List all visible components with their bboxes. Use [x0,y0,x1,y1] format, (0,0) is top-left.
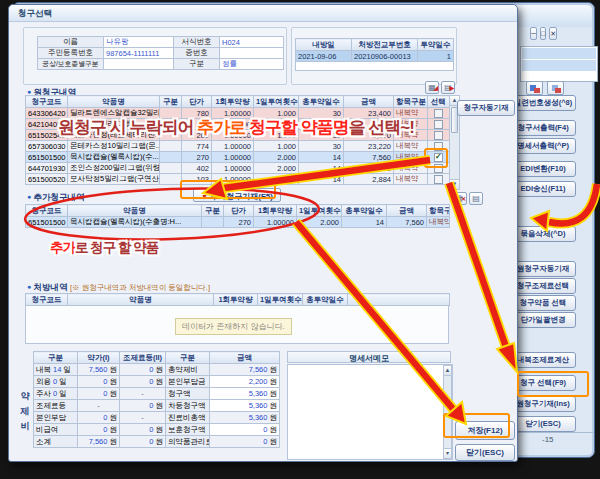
memo-header: 명세서메모 [287,351,451,363]
checkbox-unchecked[interactable] [434,131,443,140]
scroll-down-icon[interactable]: ▾ [444,448,451,458]
summary-row: 주사 0 일0 원-청구액5,360 원 [34,388,280,400]
cert-no-value [220,48,284,59]
close-window-button[interactable]: ✕ [549,27,557,40]
column-header: 조제료등(II) [120,352,166,364]
claim-row[interactable]: 651501500목시캄캡슐(멜록시캄)(수...2701.000002.000… [26,152,450,163]
cell: 조인스정200밀리그램(위령... [68,163,160,174]
cell: 1.00000 [212,141,254,152]
summary-input-cell[interactable]: 2,200 원 [210,376,280,388]
presc-table: 청구코드약품명1회투약량1일투여횟수총투약일수 [25,293,450,306]
sidebar-button-1[interactable]: 청구서출력(F4) [510,120,576,136]
scroll-up-icon[interactable]: ▲ [444,366,451,376]
auto-fill-button[interactable]: 청구자동기재 [457,100,515,116]
rx-number: 20210906-00013 [352,51,418,62]
summary-input-cell[interactable]: 5,360 원 [210,400,280,412]
column-header: 구분 [166,352,210,364]
summary-value-cell: 0 원 [78,376,120,388]
cell: 651501500 [26,152,68,163]
column-header: 1일투여횟수 [297,205,342,217]
memo-textarea[interactable] [287,364,453,460]
sidebar-button-3[interactable]: EDI변환(F10) [510,161,576,177]
rx-days: 1 [418,51,454,62]
cell: 2.000 [297,217,342,228]
rx-row[interactable]: 2021-09-06 20210906-00013 1 [296,51,454,62]
background-list-panel [520,46,598,82]
claim-row[interactable]: 657306030몬테카스정10밀리그램(몬...7741.000001.000… [26,141,450,152]
delete-row-icon[interactable]: 🗑✕ [453,192,467,205]
cell [202,217,224,228]
select-checkbox-cell[interactable] [428,108,450,119]
cert-no-label: 증번호 [174,48,220,59]
cell: 2,884 [344,174,394,185]
bullet-icon: ● [27,193,31,200]
select-checkbox-cell[interactable] [428,119,450,130]
minimize-button[interactable]: ─ [530,27,537,40]
cell: 2.000 [254,152,299,163]
summary-type-cell: 소계 [34,436,78,448]
presc-note: [※ 원청구내역과 처방내역이 동일합니다.] [70,283,210,292]
checkbox-unchecked[interactable] [434,109,443,118]
column-header: 항목구분 [394,96,428,108]
checkbox-unchecked[interactable] [434,175,443,184]
sidebar-button-8[interactable]: 청구약품 선택 [510,295,576,311]
addclaim-table[interactable]: 청구코드약품명구분단가1회투약량1일투여횟수총투약일수금액항목구분6515015… [25,204,450,228]
export-doc-icon[interactable]: ▤▶ [441,81,455,94]
summary-input-cell[interactable]: 0 원 [210,424,280,436]
sidebar-button-5[interactable]: 묶음삭제(^D) [510,226,576,242]
no-data-message: 데이터가 존재하지 않습니다. [175,318,292,335]
dialog-close-button[interactable]: 닫기(ESC) [455,444,515,461]
gongsang-value [104,59,174,70]
patient-name-label: 이름 [38,37,104,48]
summary-row: 본인부담0 원-진료비총액5,360 원 [34,412,280,424]
sidebar-button-9[interactable]: 단가일괄변경 [510,312,576,328]
sidebar-button-0[interactable]: 일련번호생성(^8) [510,95,576,111]
presc-section-label: 처방내역 [34,282,68,292]
cell: 14 [299,152,344,163]
list-row [522,60,596,71]
summary-label-cell: 총약제비 [166,364,210,376]
annotation-text-1: 원청구 시 누락되어 추가로 청구할 약품명을 선택~! [58,116,414,139]
status-bar: -15 [516,432,594,446]
select-checkbox-cell[interactable] [428,130,450,141]
document-export-icon[interactable] [547,81,564,95]
addclaim-row[interactable]: 651501500목시캄캡슐(멜록시캄)(수출명:H...2701.000002… [26,217,450,228]
summary-input-cell[interactable]: 5,360 원 [210,388,280,400]
scroll-down-icon[interactable]: ▼ [450,179,459,189]
cell: 651500520 [26,174,68,185]
sidebar-button-4[interactable]: EDI송신(F11) [510,181,576,197]
sidebar-button-7[interactable]: 청구조제료선택 [510,278,576,294]
highlight-save-box [443,413,510,438]
column-header: 1일투여횟수 [254,96,299,108]
maximize-button[interactable]: □ [540,27,546,40]
column-header: 청구코드 [26,294,68,306]
refresh-grid-icon[interactable]: ▦◢ [425,81,439,94]
copy-row-icon[interactable]: ▤ [469,192,483,205]
sidebar-button-10[interactable]: 내복조제료계산 [510,352,576,368]
summary-type-cell: 내복 14 일 [34,364,78,376]
claim-table[interactable]: 청구코드약품명구분단가1회투약량1일투여횟수총투약일수금액항목구분선택64330… [25,95,450,185]
cell: 1.00000 [254,217,297,228]
summary-row: 외용 0 일0 원0 원본인부담금2,200 원 [34,376,280,388]
cell: 644701930 [26,163,68,174]
summary-value-cell: 5,360 원 [210,412,280,424]
sidebar-button-6[interactable]: 원청구자동기재 [510,261,576,277]
column-header: 약품명 [68,294,214,306]
claim-row[interactable]: 644701930조인스정200밀리그램(위령...4021.000002.00… [26,163,450,174]
highlight-f9-box [517,371,589,397]
sidebar-button-2[interactable]: 명세서출력(^P) [510,138,576,154]
cell: 목시캄캡슐(멜록시캄)(수출명:H... [68,217,202,228]
grid-icon[interactable] [526,81,543,95]
rrn-label: 주민등록번호 [38,48,104,59]
cell: 내복약 [394,141,428,152]
memo-scrollbar[interactable]: ▲ ▾ [443,365,452,459]
summary-value-cell: 0 원 [120,400,166,412]
sidebar-button-12[interactable]: 원청구기재(Ins) [510,396,576,412]
cell [160,174,182,185]
select-checkbox-cell[interactable] [428,174,450,185]
sidebar-button-13[interactable]: 닫기(ESC) [510,416,576,432]
column-header: 항목구분 [427,205,450,217]
cell: 1.00000 [212,163,254,174]
summary-value-cell: 0 원 [78,424,120,436]
checkbox-unchecked[interactable] [434,120,443,129]
